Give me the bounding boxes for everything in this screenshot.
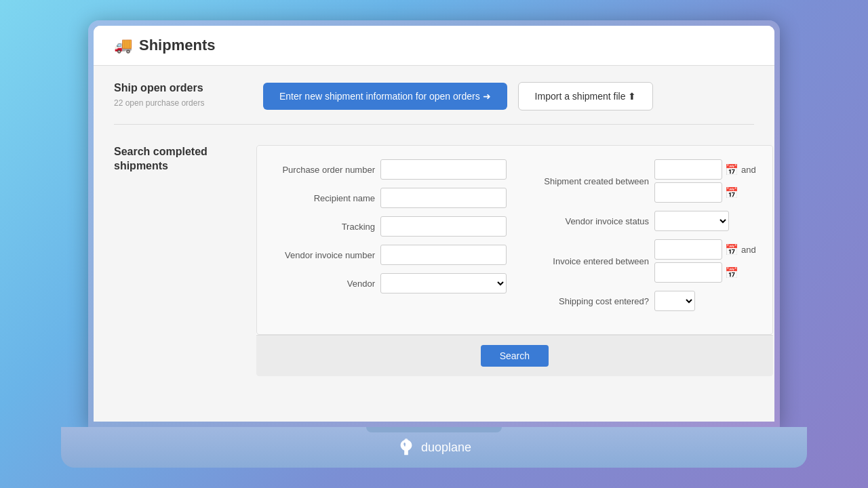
shipping-cost-select[interactable]: Yes No bbox=[654, 291, 695, 311]
invoice-entered-label: Invoice entered between bbox=[534, 256, 649, 266]
vendor-select[interactable] bbox=[380, 273, 507, 293]
brand-bar: duoplane bbox=[397, 438, 471, 457]
vendor-invoice-status-label: Vendor invoice status bbox=[534, 216, 649, 226]
vendor-label: Vendor bbox=[273, 279, 375, 289]
vendor-invoice-status-row: Vendor invoice status Paid Unpaid Pendin… bbox=[534, 211, 756, 231]
and-text-1: and bbox=[741, 165, 756, 175]
shipment-created-label: Shipment created between bbox=[534, 176, 649, 186]
calendar-icon-1[interactable]: 📅 bbox=[725, 163, 738, 176]
search-form: Purchase order number Recipient name bbox=[256, 145, 773, 376]
svg-point-0 bbox=[404, 439, 408, 443]
vendor-row: Vendor bbox=[273, 273, 507, 293]
recipient-name-label: Recipient name bbox=[273, 193, 375, 203]
vendor-invoice-number-row: Vendor invoice number bbox=[273, 245, 507, 265]
purchase-order-input[interactable] bbox=[380, 159, 507, 180]
tracking-input[interactable] bbox=[380, 216, 507, 237]
recipient-name-row: Recipient name bbox=[273, 188, 507, 208]
shipping-cost-row: Shipping cost entered? Yes No bbox=[534, 291, 756, 311]
brand-name: duoplane bbox=[421, 441, 471, 455]
tracking-row: Tracking bbox=[273, 216, 507, 237]
search-section-title: Search completed shipments bbox=[114, 145, 236, 174]
calendar-icon-2[interactable]: 📅 bbox=[725, 186, 738, 199]
search-button[interactable]: Search bbox=[481, 345, 549, 367]
vendor-invoice-number-label: Vendor invoice number bbox=[273, 250, 375, 260]
vendor-invoice-status-select[interactable]: Paid Unpaid Pending bbox=[654, 211, 729, 231]
shipment-created-to-input[interactable] bbox=[654, 182, 722, 203]
shipping-cost-label: Shipping cost entered? bbox=[534, 296, 649, 306]
purchase-order-row: Purchase order number bbox=[273, 159, 507, 180]
import-shipment-button[interactable]: Import a shipment file ⬆ bbox=[518, 82, 654, 110]
truck-icon: 🚚 bbox=[114, 37, 132, 54]
ship-section-title: Ship open orders bbox=[114, 82, 236, 94]
search-button-area: Search bbox=[256, 335, 773, 376]
invoice-entered-row: Invoice entered between 📅 and bbox=[534, 239, 756, 283]
and-text-2: and bbox=[741, 245, 756, 255]
page-title: Shipments bbox=[139, 37, 215, 54]
calendar-icon-4[interactable]: 📅 bbox=[725, 266, 738, 279]
shipment-created-from-input[interactable] bbox=[654, 159, 722, 180]
recipient-name-input[interactable] bbox=[380, 188, 507, 208]
search-completed-shipments-section: Search completed shipments bbox=[114, 145, 754, 376]
ship-open-orders-section: Ship open orders 22 open purchase orders… bbox=[114, 82, 754, 125]
page-header: 🚚 Shipments bbox=[94, 26, 774, 66]
vendor-invoice-number-input[interactable] bbox=[380, 245, 507, 265]
invoice-entered-from-input[interactable] bbox=[654, 239, 722, 260]
brand-logo-icon bbox=[397, 438, 416, 457]
enter-shipment-button[interactable]: Enter new shipment information for open … bbox=[263, 83, 507, 110]
laptop-base: duoplane bbox=[61, 427, 807, 468]
shipment-created-row: Shipment created between 📅 and bbox=[534, 159, 756, 203]
invoice-entered-to-input[interactable] bbox=[654, 262, 722, 283]
open-orders-count: 22 open purchase orders bbox=[114, 98, 236, 108]
calendar-icon-3[interactable]: 📅 bbox=[725, 243, 738, 256]
tracking-label: Tracking bbox=[273, 222, 375, 232]
purchase-order-label: Purchase order number bbox=[273, 165, 375, 175]
